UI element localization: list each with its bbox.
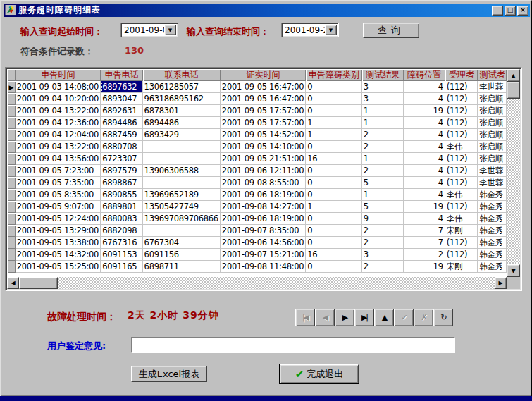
cell[interactable]: 0 <box>306 105 361 117</box>
column-header[interactable]: 申告电话 <box>101 69 142 81</box>
cell[interactable]: 1 <box>362 117 404 129</box>
maximize-icon[interactable]: □ <box>505 6 516 16</box>
column-header[interactable]: 测试者 <box>478 69 507 81</box>
cell[interactable]: 4 <box>404 129 445 141</box>
cell[interactable]: 2001-09-05 9:07:00 <box>16 201 101 213</box>
cell[interactable]: (112) <box>445 201 478 213</box>
cell[interactable]: 1 <box>362 153 404 165</box>
cell[interactable]: 6767304 <box>143 237 221 249</box>
cell[interactable]: 6897632 <box>101 81 142 93</box>
cell[interactable]: 2001-09-06 14:56:00 <box>221 237 306 249</box>
scroll-down-icon[interactable]: ▼ <box>507 264 520 277</box>
cell[interactable]: 13906306588 <box>143 165 221 177</box>
cell[interactable]: 4 <box>404 165 445 177</box>
finish-exit-button[interactable]: ✔ 完成退出 <box>280 364 359 383</box>
cell[interactable]: (112) <box>445 165 478 177</box>
column-header[interactable]: 证实时间 <box>221 69 306 81</box>
scroll-left-icon[interactable]: ◀ <box>7 277 19 289</box>
table-row[interactable]: 2001-09-04 13:22:0068807082001-09-05 14:… <box>7 141 507 153</box>
cell[interactable]: 张启顺 <box>478 141 507 153</box>
cell[interactable]: 6898711 <box>143 261 221 273</box>
row-selector[interactable] <box>7 141 16 153</box>
query-end-value[interactable]: 2001-09-23 <box>282 23 325 37</box>
cell[interactable]: 2001-09-08 14:27:00 <box>221 201 306 213</box>
horizontal-scrollbar-thumb[interactable] <box>19 277 58 289</box>
excel-report-button[interactable]: 生成Excel报表 <box>131 366 207 382</box>
cell[interactable]: 6882098 <box>101 225 142 237</box>
cell[interactable]: (112) <box>445 93 478 105</box>
column-header[interactable]: 联系电话 <box>143 69 221 81</box>
cell[interactable]: 1 <box>362 105 404 117</box>
cell[interactable]: 6091165 <box>101 261 142 273</box>
cell[interactable]: 2001-09-06 18:19:00 <box>221 189 306 201</box>
cell[interactable]: (112) <box>445 177 478 189</box>
cell[interactable]: 6723307 <box>101 153 142 165</box>
cell[interactable]: 李伟 <box>445 141 478 153</box>
cell[interactable]: 2001-09-05 14:10:00 <box>221 141 306 153</box>
cell[interactable]: 3 <box>362 249 404 261</box>
cell[interactable]: 2001-09-08 8:55:00 <box>221 177 306 189</box>
cell[interactable]: 6897579 <box>101 165 142 177</box>
cell[interactable]: 0 <box>306 261 361 273</box>
cell[interactable]: 2001-09-05 17:57:00 <box>221 105 306 117</box>
cell[interactable] <box>143 177 221 189</box>
opinion-input[interactable] <box>131 337 455 353</box>
cell[interactable]: 2001-09-05 8:35:00 <box>16 189 101 201</box>
cell[interactable]: 6894486 <box>101 117 142 129</box>
cell[interactable]: 16 <box>306 153 361 165</box>
cell[interactable]: 6880083 <box>101 213 142 225</box>
query-button[interactable]: 查询 <box>363 23 419 38</box>
cell[interactable]: 2001-09-05 16:47:00 <box>221 93 306 105</box>
chevron-down-icon[interactable]: ▼ <box>325 25 337 35</box>
table-row[interactable]: 2001-09-05 9:07:006889801135054277492001… <box>7 201 507 213</box>
cell[interactable]: 2001-09-05 7:23:00 <box>16 165 101 177</box>
row-selector[interactable] <box>7 129 16 141</box>
cell[interactable]: 张启顺 <box>478 93 507 105</box>
row-selector[interactable] <box>7 225 16 237</box>
cell[interactable]: 7 <box>404 237 445 249</box>
cell[interactable]: 2001-09-03 14:08:00 <box>16 81 101 93</box>
table-row[interactable]: 2001-09-05 12:24:00688008313969708970686… <box>7 213 507 225</box>
query-start-value[interactable]: 2001-09-05 <box>121 23 164 37</box>
scroll-right-icon[interactable]: ▶ <box>495 277 507 289</box>
cell[interactable]: 19 <box>404 261 445 273</box>
column-header[interactable]: 测试结果 <box>362 69 404 81</box>
cell[interactable]: 6767316 <box>101 237 142 249</box>
cell[interactable]: 6898867 <box>101 177 142 189</box>
scroll-up-icon[interactable]: ▲ <box>507 69 520 82</box>
cell[interactable]: 4 <box>404 81 445 93</box>
table-row[interactable]: 2001-09-05 7:23:006897579139063065882001… <box>7 165 507 177</box>
cell[interactable]: 0 <box>306 177 361 189</box>
cell[interactable]: (112) <box>445 237 478 249</box>
cell[interactable]: 2001-09-06 12:11:00 <box>221 165 306 177</box>
cell[interactable]: 宋刚 <box>445 225 478 237</box>
cell[interactable]: 韩金秀 <box>478 201 507 213</box>
table-row[interactable]: 2001-09-05 13:38:00676731667673042001-09… <box>7 237 507 249</box>
cell[interactable]: 韩金秀 <box>478 213 507 225</box>
row-selector[interactable] <box>7 153 16 165</box>
horizontal-scrollbar[interactable]: ◀ ▶ <box>7 277 507 289</box>
cell[interactable]: 139697089706866 <box>143 213 221 225</box>
table-row[interactable]: 2001-09-04 12:36:00689448668944862001-09… <box>7 117 507 129</box>
current-row-indicator[interactable]: ▶ <box>7 81 16 93</box>
row-selector[interactable] <box>7 105 16 117</box>
cell[interactable]: 7 <box>404 225 445 237</box>
cell[interactable]: 0 <box>306 237 361 249</box>
cell[interactable]: 6887459 <box>101 129 142 141</box>
row-selector[interactable] <box>7 201 16 213</box>
cell[interactable]: 2001-09-05 7:35:00 <box>16 177 101 189</box>
row-selector[interactable] <box>7 249 16 261</box>
cell[interactable]: (112) <box>445 249 478 261</box>
row-selector[interactable] <box>7 165 16 177</box>
cell[interactable]: (112) <box>445 81 478 93</box>
cell[interactable]: (112) <box>445 129 478 141</box>
cell[interactable]: 963186895162 <box>143 93 221 105</box>
cell[interactable]: 韩金秀 <box>478 189 507 201</box>
table-row[interactable]: 2001-09-04 13:56:0067233072001-09-05 21:… <box>7 153 507 165</box>
cell[interactable]: 4 <box>404 177 445 189</box>
table-row[interactable]: 2001-09-04 13:22:00689263168783012001-09… <box>7 105 507 117</box>
table-row[interactable]: 2001-09-05 7:35:0068988672001-09-08 8:55… <box>7 177 507 189</box>
cell[interactable]: (112) <box>445 105 478 117</box>
chevron-down-icon[interactable]: ▼ <box>164 25 176 35</box>
cell[interactable]: 6091156 <box>143 249 221 261</box>
